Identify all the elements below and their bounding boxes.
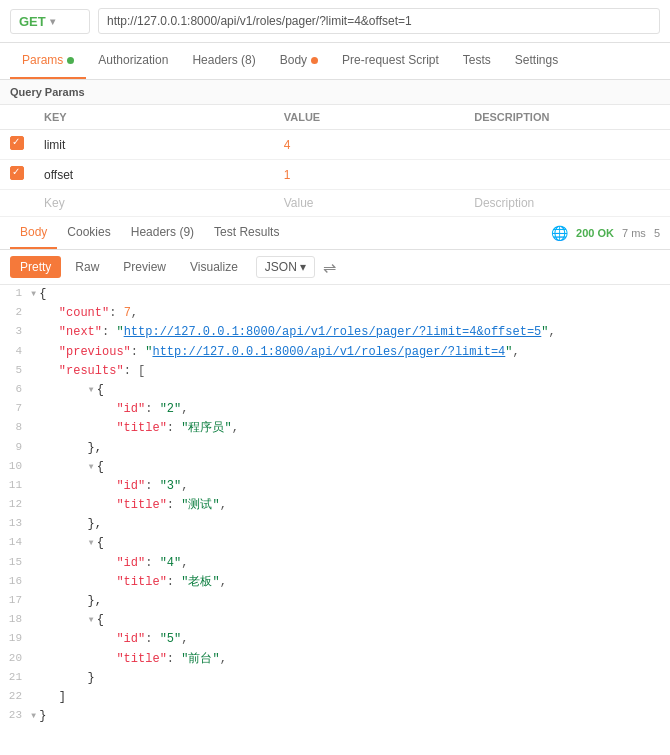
response-size: 5 [654, 227, 660, 239]
resp-tab-body[interactable]: Body [10, 217, 57, 249]
resp-tab-headers[interactable]: Headers (9) [121, 217, 204, 249]
tab-headers[interactable]: Headers (8) [180, 43, 267, 79]
resp-tab-cookies[interactable]: Cookies [57, 217, 120, 249]
row1-checkbox[interactable] [10, 136, 24, 150]
tab-tests-label: Tests [463, 53, 491, 67]
params-table: KEY VALUE DESCRIPTION limit 4 offset 1 K… [0, 105, 670, 217]
row2-checkbox-cell[interactable] [0, 160, 34, 190]
json-line-7: 7 "id": "2", [0, 400, 670, 419]
json-line-18: 18 ▾{ [0, 611, 670, 630]
fmt-preview[interactable]: Preview [113, 256, 176, 278]
json-line-14: 14 ▾{ [0, 534, 670, 553]
tab-prerequest-label: Pre-request Script [342, 53, 439, 67]
empty-desc[interactable]: Description [464, 190, 670, 217]
json-line-10: 10 ▾{ [0, 458, 670, 477]
expand-icon-4[interactable]: ▾ [88, 536, 97, 550]
json-line-9: 9 }, [0, 439, 670, 458]
json-line-23: 23 ▾} [0, 707, 670, 726]
row2-value[interactable]: 1 [274, 160, 465, 190]
fmt-raw[interactable]: Raw [65, 256, 109, 278]
previous-link[interactable]: http://127.0.0.1:8000/api/v1/roles/pager… [152, 345, 505, 359]
empty-key[interactable]: Key [34, 190, 274, 217]
params-dot [67, 57, 74, 64]
fmt-pretty[interactable]: Pretty [10, 256, 61, 278]
expand-icon-3[interactable]: ▾ [88, 460, 97, 474]
table-row: limit 4 [0, 130, 670, 160]
json-format-label: JSON [265, 260, 297, 274]
json-line-15: 15 "id": "4", [0, 554, 670, 573]
globe-icon: 🌐 [551, 225, 568, 241]
request-tabs-row: Params Authorization Headers (8) Body Pr… [0, 43, 670, 80]
tab-authorization-label: Authorization [98, 53, 168, 67]
json-format-selector[interactable]: JSON ▾ [256, 256, 315, 278]
json-line-6: 6 ▾{ [0, 381, 670, 400]
json-line-5: 5 "results": [ [0, 362, 670, 381]
tab-tests[interactable]: Tests [451, 43, 503, 79]
row2-checkbox[interactable] [10, 166, 24, 180]
tab-authorization[interactable]: Authorization [86, 43, 180, 79]
json-line-1: 1 ▾{ [0, 285, 670, 304]
resp-tab-test-results[interactable]: Test Results [204, 217, 289, 249]
response-meta: 🌐 200 OK 7 ms 5 [551, 225, 660, 241]
col-value-header: VALUE [274, 105, 465, 130]
body-dot [311, 57, 318, 64]
tab-settings-label: Settings [515, 53, 558, 67]
json-line-11: 11 "id": "3", [0, 477, 670, 496]
empty-checkbox-cell [0, 190, 34, 217]
tab-params[interactable]: Params [10, 43, 86, 79]
row1-desc[interactable] [464, 130, 670, 160]
row1-key[interactable]: limit [34, 130, 274, 160]
method-label: GET [19, 14, 46, 29]
json-line-4: 4 "previous": "http://127.0.0.1:8000/api… [0, 343, 670, 362]
json-content: 1 ▾{ 2 "count": 7, 3 "next": "http://127… [0, 285, 670, 726]
empty-value[interactable]: Value [274, 190, 465, 217]
response-tabs-row: Body Cookies Headers (9) Test Results 🌐 … [0, 217, 670, 250]
table-row-empty: Key Value Description [0, 190, 670, 217]
url-input[interactable]: http://127.0.0.1:8000/api/v1/roles/pager… [98, 8, 660, 34]
method-chevron-icon: ▾ [50, 16, 55, 27]
tab-headers-label: Headers (8) [192, 53, 255, 67]
json-line-3: 3 "next": "http://127.0.0.1:8000/api/v1/… [0, 323, 670, 342]
expand-icon-5[interactable]: ▾ [88, 613, 97, 627]
format-row: Pretty Raw Preview Visualize JSON ▾ ⇌ [0, 250, 670, 285]
json-line-17: 17 }, [0, 592, 670, 611]
json-line-16: 16 "title": "老板", [0, 573, 670, 592]
expand-icon-6[interactable]: ▾ [30, 709, 39, 723]
tab-settings[interactable]: Settings [503, 43, 570, 79]
next-link[interactable]: http://127.0.0.1:8000/api/v1/roles/pager… [124, 325, 542, 339]
wrap-button[interactable]: ⇌ [323, 258, 336, 277]
tab-params-label: Params [22, 53, 63, 67]
col-desc-header: DESCRIPTION [464, 105, 670, 130]
method-bar: GET ▾ http://127.0.0.1:8000/api/v1/roles… [0, 0, 670, 43]
json-line-8: 8 "title": "程序员", [0, 419, 670, 438]
response-time: 7 ms [622, 227, 646, 239]
json-line-12: 12 "title": "测试", [0, 496, 670, 515]
expand-icon-2[interactable]: ▾ [88, 383, 97, 397]
tab-body[interactable]: Body [268, 43, 330, 79]
tab-prerequest[interactable]: Pre-request Script [330, 43, 451, 79]
col-checkbox [0, 105, 34, 130]
json-format-chevron: ▾ [300, 260, 306, 274]
col-key-header: KEY [34, 105, 274, 130]
tab-body-label: Body [280, 53, 307, 67]
response-tabs-left: Body Cookies Headers (9) Test Results [10, 217, 289, 249]
row2-key[interactable]: offset [34, 160, 274, 190]
json-line-20: 20 "title": "前台", [0, 650, 670, 669]
fmt-visualize[interactable]: Visualize [180, 256, 248, 278]
json-line-21: 21 } [0, 669, 670, 688]
row2-desc[interactable] [464, 160, 670, 190]
query-params-section: Query Params [0, 80, 670, 105]
method-select[interactable]: GET ▾ [10, 9, 90, 34]
table-row: offset 1 [0, 160, 670, 190]
row1-value[interactable]: 4 [274, 130, 465, 160]
status-badge: 200 OK [576, 227, 614, 239]
json-line-22: 22 ] [0, 688, 670, 707]
row1-checkbox-cell[interactable] [0, 130, 34, 160]
json-line-19: 19 "id": "5", [0, 630, 670, 649]
json-line-2: 2 "count": 7, [0, 304, 670, 323]
expand-icon[interactable]: ▾ [30, 287, 39, 301]
json-line-13: 13 }, [0, 515, 670, 534]
